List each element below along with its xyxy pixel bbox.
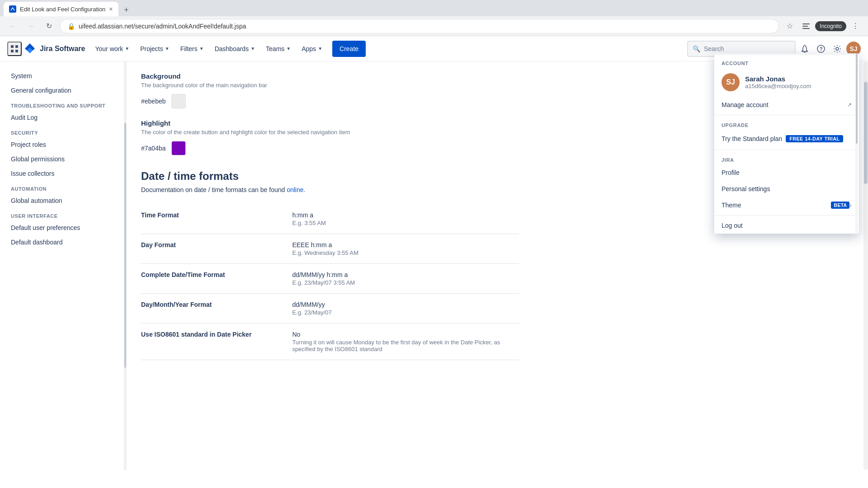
- highlight-config: Highlight The color of the create button…: [141, 119, 519, 155]
- dropdown-divider-2: [714, 150, 859, 150]
- sidebar-item-global-automation[interactable]: Global automation: [0, 193, 126, 208]
- profile-text: Profile: [722, 169, 740, 176]
- background-label: Background: [141, 72, 519, 80]
- day-format-value: EEEE h:mm a: [292, 241, 519, 249]
- complete-format-example: E.g. 23/May/07 3:55 AM: [292, 279, 519, 286]
- complete-format-row: Complete Date/Time Format dd/MMM/yy h:mm…: [141, 264, 519, 294]
- reload-button[interactable]: ↻: [42, 19, 56, 33]
- address-bar[interactable]: 🔒 uifeed.atlassian.net/secure/admin/Look…: [60, 19, 779, 33]
- daymonthyear-cell: dd/MMM/yy E.g. 23/May/07: [292, 294, 519, 324]
- complete-format-value: dd/MMM/yy h:mm a: [292, 271, 519, 278]
- bookmark-button[interactable]: ☆: [783, 19, 797, 33]
- sidebar-item-issue-collectors[interactable]: Issue collectors: [0, 166, 126, 181]
- create-button[interactable]: Create: [332, 41, 366, 57]
- sidebar-section-security: Security: [0, 125, 126, 137]
- beta-badge: BETA: [831, 202, 849, 209]
- account-row: SJ Sarah Jonas a15d6cea@moodjoy.com: [714, 68, 859, 97]
- iso-cell: No Turning it on will cause Monday to be…: [292, 324, 519, 360]
- account-name: Sarah Jonas: [745, 75, 852, 83]
- day-format-cell: EEEE h:mm a E.g. Wednesday 3:55 AM: [292, 234, 519, 264]
- dropdown-divider-3: [714, 215, 859, 216]
- iso-label: Use ISO8601 standard in Date Picker: [141, 324, 292, 360]
- complete-format-cell: dd/MMM/yy h:mm a E.g. 23/May/07 3:55 AM: [292, 264, 519, 294]
- sidebar-item-system[interactable]: System: [0, 69, 126, 83]
- incognito-button[interactable]: Incognito: [815, 21, 846, 31]
- sidebar-item-default-user-preferences[interactable]: Default user preferences: [0, 221, 126, 235]
- manage-account-link[interactable]: Manage account ↗: [714, 97, 859, 113]
- dropdown-avatar: SJ: [722, 73, 740, 91]
- browser-chrome: Edit Look and Feel Configuration × + ← →…: [0, 0, 868, 36]
- logo[interactable]: Jira Software: [24, 42, 85, 55]
- profile-link[interactable]: Profile: [714, 164, 859, 181]
- svg-point-10: [836, 47, 839, 50]
- more-button[interactable]: ⋮: [848, 19, 863, 33]
- tab-favicon: [9, 5, 16, 13]
- sidebar-item-audit-log[interactable]: Audit Log: [0, 110, 126, 125]
- highlight-swatch[interactable]: [171, 141, 186, 155]
- theme-row[interactable]: Theme BETA ›: [714, 197, 859, 213]
- tab-title: Edit Look and Feel Configuration: [20, 6, 105, 13]
- background-desc: The background color of the main navigat…: [141, 82, 519, 89]
- nav-teams[interactable]: Teams ▼: [261, 41, 295, 57]
- theme-chevron-icon: ›: [849, 202, 852, 209]
- log-out-text: Log out: [722, 222, 743, 229]
- day-format-row: Day Format EEEE h:mm a E.g. Wednesday 3:…: [141, 234, 519, 264]
- log-out-link[interactable]: Log out: [714, 217, 859, 234]
- nav-apps[interactable]: Apps ▼: [297, 41, 327, 57]
- format-table: Time Format h:mm a E.g. 3:55 AM Day Form…: [141, 204, 519, 360]
- lock-icon: 🔒: [67, 23, 75, 30]
- search-icon: 🔍: [693, 45, 700, 52]
- browser-toolbar: ← → ↻ 🔒 uifeed.atlassian.net/secure/admi…: [0, 16, 868, 36]
- online-link[interactable]: online.: [287, 186, 305, 193]
- external-link-icon: ↗: [847, 102, 852, 108]
- sidebar: System General configuration Troubleshoo…: [0, 61, 127, 257]
- chevron-down-icon: ▼: [318, 46, 322, 51]
- active-tab: Edit Look and Feel Configuration ×: [4, 2, 118, 16]
- daymonthyear-label: Day/Month/Year Format: [141, 294, 292, 324]
- account-email: a15d6cea@moodjoy.com: [745, 83, 852, 89]
- section-desc: Documentation on date / time formats can…: [141, 186, 519, 193]
- svg-rect-0: [9, 6, 16, 12]
- highlight-label: Highlight: [141, 119, 519, 127]
- sidebar-item-project-roles[interactable]: Project roles: [0, 137, 126, 152]
- section-title: Date / time formats: [141, 170, 519, 183]
- sidebar-item-general-configuration[interactable]: General configuration: [0, 83, 126, 98]
- nav-your-work[interactable]: Your work ▼: [90, 41, 134, 57]
- highlight-desc: The color of the create button and highl…: [141, 129, 519, 136]
- nav-filters[interactable]: Filters ▼: [176, 41, 208, 57]
- personal-settings-link[interactable]: Personal settings: [714, 181, 859, 197]
- svg-rect-6: [11, 50, 14, 52]
- sidebar-item-default-dashboard[interactable]: Default dashboard: [0, 235, 126, 249]
- jira-logo-icon: [24, 42, 36, 55]
- personal-settings-text: Personal settings: [722, 185, 770, 192]
- nav-dashboards[interactable]: Dashboards ▼: [210, 41, 259, 57]
- time-format-row: Time Format h:mm a E.g. 3:55 AM: [141, 204, 519, 234]
- tab-close-icon[interactable]: ×: [109, 5, 113, 13]
- back-button[interactable]: ←: [5, 19, 20, 33]
- trial-badge: FREE 14-DAY TRIAL: [786, 135, 843, 142]
- daymonthyear-example: E.g. 23/May/07: [292, 309, 519, 316]
- upgrade-section-label: UPGRADE: [714, 117, 859, 130]
- background-swatch[interactable]: [171, 94, 186, 108]
- user-dropdown: ACCOUNT SJ Sarah Jonas a15d6cea@moodjoy.…: [714, 53, 859, 234]
- chevron-down-icon: ▼: [286, 46, 291, 51]
- nav-projects[interactable]: Projects ▼: [136, 41, 174, 57]
- time-format-label: Time Format: [141, 204, 292, 234]
- svg-rect-2: [802, 26, 808, 27]
- search-placeholder: Search: [704, 45, 724, 52]
- iso-format-row: Use ISO8601 standard in Date Picker No T…: [141, 324, 519, 360]
- chevron-down-icon: ▼: [125, 46, 129, 51]
- apps-grid-button[interactable]: [7, 42, 22, 56]
- dropdown-divider: [714, 115, 859, 115]
- svg-rect-5: [15, 45, 18, 48]
- chevron-down-icon: ▼: [199, 46, 204, 51]
- new-tab-button[interactable]: +: [120, 4, 133, 16]
- logo-text: Jira Software: [40, 45, 85, 53]
- sidebar-item-global-permissions[interactable]: Global permissions: [0, 152, 126, 166]
- forward-button[interactable]: →: [24, 19, 38, 33]
- time-format-example: E.g. 3:55 AM: [292, 220, 519, 226]
- address-text: uifeed.atlassian.net/secure/admin/LookAn…: [79, 23, 771, 30]
- svg-rect-7: [15, 50, 18, 52]
- time-format-value: h:mm a: [292, 211, 519, 219]
- profile-switch-button[interactable]: [799, 19, 813, 33]
